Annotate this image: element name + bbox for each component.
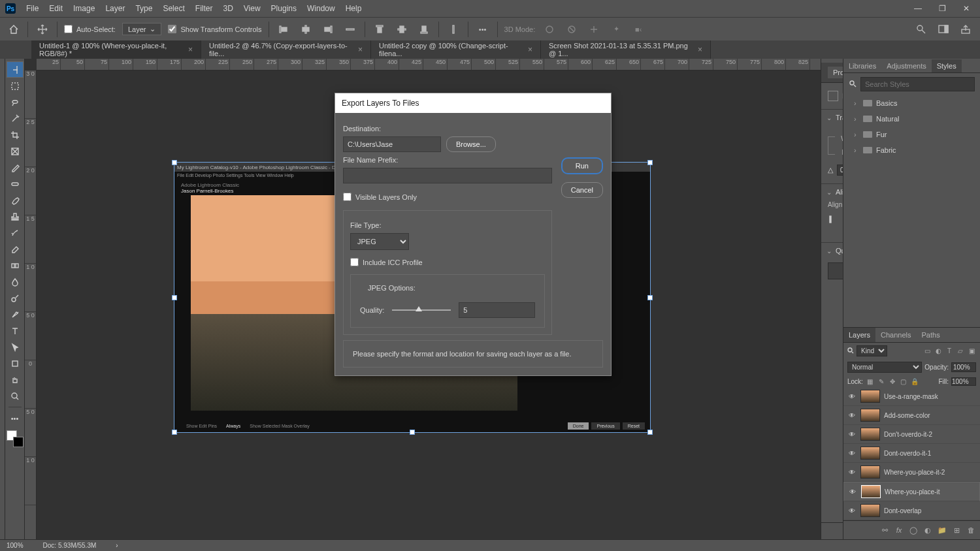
panel-tab-channels[interactable]: Channels: [875, 328, 916, 342]
align-center-h-icon[interactable]: [298, 22, 314, 37]
layer-thumbnail[interactable]: [860, 390, 880, 403]
close-tab-icon[interactable]: ×: [188, 45, 193, 54]
layer-thumbnail[interactable]: [861, 485, 881, 498]
maximize-icon[interactable]: ❐: [934, 1, 951, 16]
gradient-tool[interactable]: [7, 257, 24, 274]
eyedropper-tool[interactable]: [7, 159, 24, 176]
document-tab[interactable]: Untitled-2 copy @ 100% (Change-script-fi…: [371, 40, 541, 59]
quality-slider[interactable]: [392, 309, 451, 311]
filter-pixel-icon[interactable]: ▭: [923, 347, 932, 356]
workspace-icon[interactable]: [936, 22, 951, 37]
prefix-field[interactable]: [343, 168, 552, 183]
frame-tool[interactable]: [7, 143, 24, 159]
visibility-icon[interactable]: 👁: [847, 412, 857, 419]
filetype-select[interactable]: JPEG: [350, 233, 409, 250]
delete-layer-icon[interactable]: 🗑: [966, 525, 976, 535]
zoom-tool[interactable]: [7, 388, 24, 404]
visibility-icon[interactable]: 👁: [847, 450, 857, 457]
opacity-field[interactable]: [951, 362, 976, 372]
browse-button[interactable]: Browse...: [446, 136, 496, 152]
layer-mask-icon[interactable]: ◯: [908, 525, 919, 535]
close-tab-icon[interactable]: ×: [698, 45, 702, 54]
shape-tool[interactable]: [7, 355, 24, 371]
layer-thumbnail[interactable]: [860, 428, 880, 441]
filter-kind-select[interactable]: Kind: [857, 345, 887, 356]
layer-row[interactable]: 👁Dont-overdo-it-1: [843, 444, 980, 463]
history-brush-tool[interactable]: [7, 225, 24, 241]
panel-tab-paths[interactable]: Paths: [917, 328, 945, 342]
destination-field[interactable]: [343, 136, 441, 152]
eraser-tool[interactable]: [7, 241, 24, 257]
wand-tool[interactable]: [7, 110, 24, 127]
dodge-tool[interactable]: [7, 290, 24, 306]
align-middle-icon[interactable]: [394, 22, 410, 37]
panel-tab-libraries[interactable]: Libraries: [843, 59, 881, 72]
align-top-icon[interactable]: [372, 22, 387, 37]
menu-image[interactable]: Image: [68, 1, 100, 16]
lock-all-icon[interactable]: 🔒: [910, 377, 919, 386]
move-tool[interactable]: [7, 61, 24, 78]
more-options-icon[interactable]: •••: [475, 22, 491, 37]
move-tool-icon[interactable]: [35, 22, 50, 37]
document-tab[interactable]: Screen Shot 2021-01-13 at 5.35.31 PM.png…: [541, 40, 711, 59]
cancel-button[interactable]: Cancel: [561, 182, 603, 198]
minimize-icon[interactable]: —: [909, 1, 927, 16]
layer-fx-icon[interactable]: fx: [894, 525, 904, 535]
align-l-icon[interactable]: [826, 212, 841, 227]
lock-move-icon[interactable]: ✥: [888, 377, 897, 386]
include-icc-checkbox[interactable]: Include ICC Profile: [350, 258, 545, 266]
close-tab-icon[interactable]: ×: [528, 45, 532, 54]
layer-thumbnail[interactable]: [860, 504, 880, 517]
marquee-tool[interactable]: [7, 78, 24, 94]
layer-group-select[interactable]: Layer⌄: [122, 23, 162, 35]
menu-help[interactable]: Help: [340, 1, 367, 16]
status-chevron-icon[interactable]: ›: [116, 542, 118, 549]
share-icon[interactable]: [958, 22, 973, 37]
quality-field[interactable]: [459, 302, 535, 318]
filter-smart-icon[interactable]: ▣: [967, 347, 976, 356]
layer-row[interactable]: 👁Add-some-color: [843, 406, 980, 425]
align-right-icon[interactable]: [320, 22, 336, 37]
brush-tool[interactable]: [7, 192, 24, 208]
layer-thumbnail[interactable]: [860, 447, 880, 460]
lock-pixels-icon[interactable]: ▦: [866, 377, 875, 386]
blend-mode-select[interactable]: Normal: [847, 362, 922, 373]
filter-shape-icon[interactable]: ▱: [956, 347, 965, 356]
layer-row[interactable]: 👁Don't-overdo-it-2: [843, 425, 980, 444]
visibility-icon[interactable]: 👁: [847, 469, 857, 476]
layer-row[interactable]: 👁Where-you-place-it-2: [843, 463, 980, 482]
style-folder[interactable]: Basics: [843, 95, 980, 111]
layer-row[interactable]: 👁Where-you-place-it: [843, 482, 980, 501]
menu-plugins[interactable]: Plugins: [266, 1, 302, 16]
distribute-v-icon[interactable]: [446, 22, 461, 37]
layer-thumbnail[interactable]: [860, 409, 880, 422]
panel-tab-adjustments[interactable]: Adjustments: [881, 59, 932, 72]
menu-window[interactable]: Window: [302, 1, 340, 16]
layer-thumbnail[interactable]: [860, 465, 880, 479]
layer-row[interactable]: 👁Dont-overlap: [843, 501, 980, 520]
menu-3d[interactable]: 3D: [218, 1, 238, 16]
style-folder[interactable]: Natural: [843, 111, 980, 127]
blur-tool[interactable]: [7, 274, 24, 290]
type-tool[interactable]: [7, 323, 24, 339]
align-left-icon[interactable]: [276, 22, 291, 37]
style-folder[interactable]: Fur: [843, 127, 980, 142]
lock-brush-icon[interactable]: ✎: [877, 377, 886, 386]
hand-tool[interactable]: [7, 371, 24, 388]
auto-select-checkbox[interactable]: Auto-Select:: [64, 25, 116, 33]
new-layer-icon[interactable]: ⊞: [951, 525, 962, 535]
layer-row[interactable]: 👁Use-a-range-mask: [843, 387, 980, 406]
close-icon[interactable]: ✕: [958, 1, 975, 16]
menu-layer[interactable]: Layer: [100, 1, 130, 16]
zoom-level[interactable]: 100%: [7, 542, 24, 549]
healing-tool[interactable]: [7, 176, 24, 192]
menu-view[interactable]: View: [238, 1, 266, 16]
filter-type-icon[interactable]: T: [945, 347, 954, 356]
visibility-icon[interactable]: 👁: [847, 507, 857, 514]
visibility-icon[interactable]: 👁: [847, 431, 857, 438]
menu-edit[interactable]: Edit: [44, 1, 68, 16]
panel-tab-styles[interactable]: Styles: [932, 59, 962, 72]
menu-select[interactable]: Select: [157, 1, 189, 16]
filter-adjust-icon[interactable]: ◐: [934, 347, 943, 356]
document-tab[interactable]: Untitled-2 @ 46.7% (Copy-export-layers-t…: [201, 40, 371, 59]
